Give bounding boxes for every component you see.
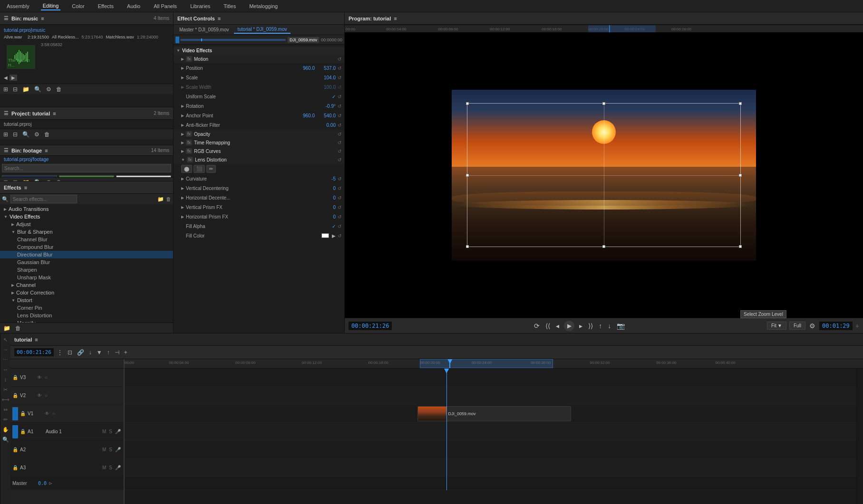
next-frame-btn[interactable]: ▸ [578, 321, 583, 331]
menu-metalogging[interactable]: Metalogging [247, 2, 280, 10]
h-prism-expand[interactable]: ▶ [181, 215, 184, 219]
anchor-x-value[interactable]: 960.0 [296, 113, 315, 118]
bin-music-menu-icon[interactable]: ≡ [41, 16, 44, 21]
anchor-reset[interactable]: ↺ [338, 113, 341, 118]
position-x-value[interactable]: 960.0 [296, 66, 315, 71]
lift-btn[interactable]: ↑ [598, 321, 603, 331]
distort-category[interactable]: ▼ Distort [0, 296, 173, 304]
audio-thumbnail[interactable]: The Walton H... [7, 45, 35, 69]
effects-new-folder-btn[interactable]: 📁 [2, 324, 12, 332]
adjust-category[interactable]: ▶ Adjust [0, 220, 173, 228]
time-remap-section[interactable]: ▶ fx Time Remapping ↺ [174, 138, 344, 147]
effects-search-input[interactable] [10, 195, 77, 203]
rotation-value[interactable]: -0.9° [317, 104, 336, 109]
uniform-scale-reset[interactable]: ↺ [338, 94, 341, 99]
music-icon-view-btn[interactable]: ⊟ [11, 86, 19, 93]
lens-rect-tool[interactable]: ⬛ [194, 165, 205, 173]
position-expand[interactable]: ▶ [181, 66, 184, 70]
v-decenter-value[interactable]: 0 [317, 186, 336, 191]
v3-lock-icon[interactable]: 🔒 [12, 375, 18, 380]
a1-s-btn[interactable]: S [108, 428, 113, 435]
audio-file-2[interactable]: 2:19:31500 [28, 35, 49, 39]
tl-ripple-tool[interactable]: ⋯ [1, 355, 10, 364]
tl-add-marker-btn[interactable]: ⋮ [56, 348, 64, 357]
scale-width-value[interactable]: 100.0 [317, 85, 336, 90]
footage-item-1[interactable]: 🎬 ☁ DJI_0059.mov 28:14 [2, 175, 57, 177]
menu-effects[interactable]: Effects [96, 2, 116, 10]
quality-btn[interactable]: Full [789, 322, 805, 330]
video-clip-dji[interactable]: DJI_0059.mov [417, 406, 571, 421]
h-decenter-reset[interactable]: ↺ [338, 195, 341, 200]
anchor-y-value[interactable]: 540.0 [317, 113, 336, 118]
scale-width-reset[interactable]: ↺ [338, 85, 341, 90]
tl-add-track-btn[interactable]: + [123, 348, 129, 357]
step-fwd-btn[interactable]: ⟩⟩ [587, 321, 594, 331]
tl-slip-tool[interactable]: ⟷ [1, 395, 10, 404]
lens-pen-tool[interactable]: ✏ [206, 165, 216, 173]
program-timecode-right[interactable]: 00:01:29 [819, 322, 853, 330]
compound-blur-item[interactable]: Compound Blur [0, 243, 173, 251]
master-vol-icon[interactable]: ⊳ [48, 481, 52, 486]
tl-hand-tool[interactable]: ✋ [1, 425, 10, 434]
settings-btn[interactable]: ⚙ [808, 321, 816, 331]
sequence-timecode[interactable]: 00:00:21:26 [14, 348, 54, 356]
a3-lock-icon[interactable]: 🔒 [12, 465, 18, 470]
tl-snap-btn[interactable]: ⊡ [66, 348, 74, 357]
tl-track-select-tool[interactable]: → [1, 345, 10, 354]
camera-btn[interactable]: 📷 [616, 321, 626, 331]
music-list-view-btn[interactable]: ⊞ [2, 86, 10, 93]
anti-flicker-value[interactable]: 0.00 [317, 123, 336, 128]
magnify-item[interactable]: Magnify [0, 319, 173, 323]
timeline-menu-icon[interactable]: ≡ [35, 337, 38, 342]
tl-rate-stretch-tool[interactable]: ↕ [1, 375, 10, 384]
v3-sync-btn[interactable]: ○ [44, 374, 48, 380]
tl-link-btn[interactable]: 🔗 [76, 348, 86, 357]
v-prism-reset[interactable]: ↺ [338, 205, 341, 210]
project-file[interactable]: tutorial.prproj [4, 122, 169, 127]
ec-menu-icon[interactable]: ≡ [218, 16, 221, 21]
audio-prev-btn[interactable]: ◀ [4, 75, 8, 80]
effects-menu-icon[interactable]: ≡ [24, 185, 27, 190]
h-prism-reset[interactable]: ↺ [338, 214, 341, 219]
program-timecode[interactable]: 00:00:21:26 [349, 322, 392, 330]
lens-distortion-section[interactable]: ▼ fx Lens Distortion ↺ [174, 155, 344, 164]
v3-eye-btn[interactable]: 👁 [36, 374, 43, 380]
tl-insert-btn[interactable]: ↓ [87, 348, 93, 357]
a2-mic-btn[interactable]: 🎤 [114, 447, 122, 453]
audio-transitions-category[interactable]: ▶ Audio Transitions [0, 205, 173, 213]
video-effects-category[interactable]: ▼ Video Effects [0, 213, 173, 220]
fill-color-swatch[interactable] [321, 233, 329, 238]
v2-eye-btn[interactable]: 👁 [36, 392, 43, 399]
blur-sharpen-category[interactable]: ▼ Blur & Sharpen [0, 228, 173, 236]
time-remap-reset-btn[interactable]: ↺ [338, 140, 341, 145]
effects-delete-btn[interactable]: 🗑 [14, 324, 22, 332]
fill-alpha-checkbox[interactable]: ✓ [332, 224, 336, 229]
ec-master-tab[interactable]: Master * DJI_0059.mov [175, 26, 233, 33]
bin-music-collapse-icon[interactable]: ☰ [4, 15, 9, 21]
bin-footage-collapse-icon[interactable]: ☰ [4, 147, 9, 153]
a2-s-btn[interactable]: S [108, 447, 113, 453]
lens-dist-reset-btn[interactable]: ↺ [338, 157, 341, 162]
anti-flicker-reset[interactable]: ↺ [338, 123, 341, 128]
prev-frame-btn[interactable]: ◂ [555, 321, 560, 331]
zoom-btn[interactable]: Fit ▼ [767, 322, 786, 330]
project-icon-view-btn[interactable]: ⊟ [11, 131, 19, 138]
lens-distortion-item[interactable]: Lens Distortion [0, 312, 173, 319]
unsharp-mask-item[interactable]: Unsharp Mask [0, 274, 173, 281]
track-content[interactable]: DJI_0059.mov [125, 369, 856, 504]
opacity-section[interactable]: ▶ fx Opacity ↺ [174, 130, 344, 138]
extract-btn[interactable]: ↓ [607, 321, 612, 331]
music-new-bin-btn[interactable]: 📁 [21, 86, 31, 93]
tl-end-btn[interactable]: ⊣ [113, 348, 121, 357]
tl-overwrite-btn[interactable]: ▼ [95, 348, 104, 357]
a3-s-btn[interactable]: S [108, 465, 113, 471]
fill-alpha-reset[interactable]: ↺ [338, 224, 341, 229]
footage-search-input[interactable] [2, 164, 171, 172]
uniform-scale-checkbox[interactable]: ✓ [332, 94, 336, 99]
play-btn[interactable]: ▶ [564, 321, 574, 331]
curvature-reset[interactable]: ↺ [338, 176, 341, 181]
tl-roll-tool[interactable]: ↔ [1, 365, 10, 374]
h-prism-value[interactable]: 0 [317, 214, 336, 219]
project-menu-icon[interactable]: ≡ [53, 111, 56, 116]
footage-item-3[interactable]: 🎬 ☁ DJI_0059_2.mov 30:17 [116, 175, 171, 177]
